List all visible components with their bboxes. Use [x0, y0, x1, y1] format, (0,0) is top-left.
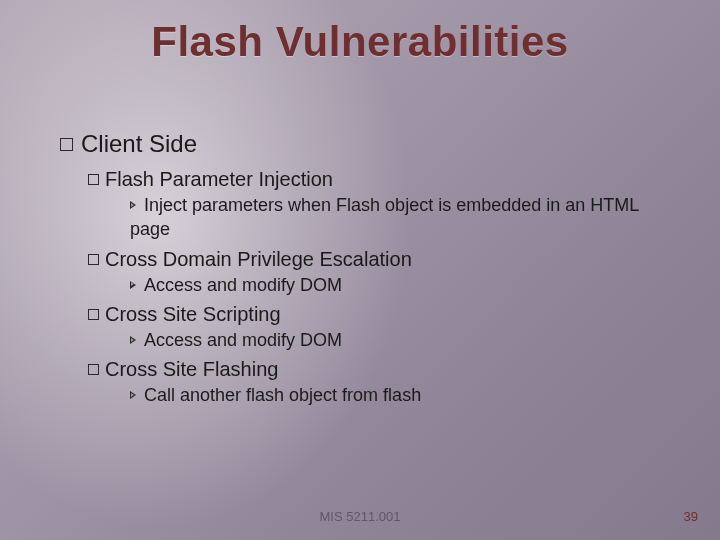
footer-course-code: MIS 5211.001: [0, 509, 720, 524]
bullet-level2: Cross Domain Privilege Escalation: [88, 248, 680, 271]
square-bullet-icon: [88, 364, 99, 375]
level2-text: Cross Site Flashing: [105, 358, 278, 380]
bullet-level3: Access and modify DOM: [130, 273, 680, 297]
bullet-level3: Inject parameters when Flash object is e…: [130, 193, 680, 242]
triangle-bullet-icon: [130, 281, 136, 289]
bullet-level1: Client Side: [60, 130, 680, 158]
slide: Flash Vulnerabilities Client Side Flash …: [0, 0, 720, 540]
level2-text: Flash Parameter Injection: [105, 168, 333, 190]
slide-title: Flash Vulnerabilities: [0, 18, 720, 66]
level2-text: Cross Site Scripting: [105, 303, 281, 325]
bullet-level3: Call another flash object from flash: [130, 383, 680, 407]
triangle-bullet-icon: [130, 391, 136, 399]
square-bullet-icon: [88, 174, 99, 185]
level2-text: Cross Domain Privilege Escalation: [105, 248, 412, 270]
square-bullet-icon: [88, 254, 99, 265]
square-bullet-icon: [60, 138, 73, 151]
level3-text: Access and modify DOM: [144, 275, 342, 295]
level3-text: Access and modify DOM: [144, 330, 342, 350]
slide-body: Client Side Flash Parameter Injection In…: [60, 130, 680, 413]
bullet-level3: Access and modify DOM: [130, 328, 680, 352]
level3-text: Call another flash object from flash: [144, 385, 421, 405]
bullet-level2: Cross Site Flashing: [88, 358, 680, 381]
level3-text: Inject parameters when Flash object is e…: [130, 195, 639, 239]
bullet-level2: Cross Site Scripting: [88, 303, 680, 326]
bullet-level2: Flash Parameter Injection: [88, 168, 680, 191]
level1-text: Client Side: [81, 130, 197, 157]
footer-page-number: 39: [684, 509, 698, 524]
triangle-bullet-icon: [130, 336, 136, 344]
triangle-bullet-icon: [130, 201, 136, 209]
square-bullet-icon: [88, 309, 99, 320]
